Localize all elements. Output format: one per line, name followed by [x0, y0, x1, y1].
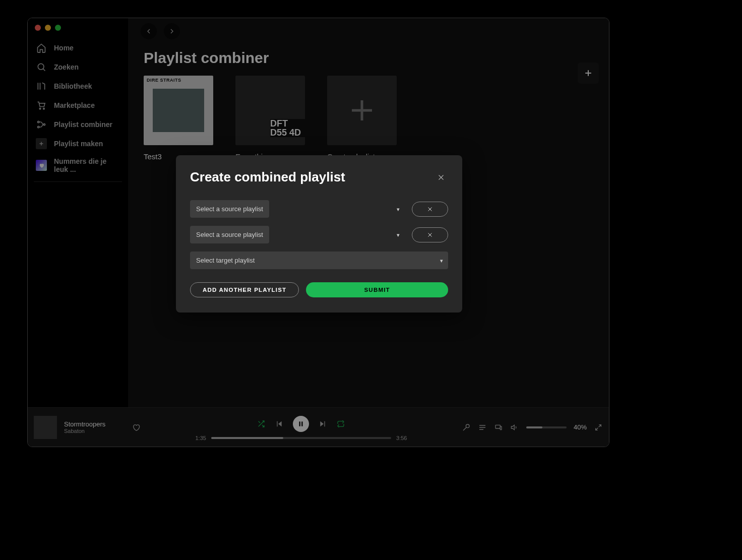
modal-title: Create combined playlist	[190, 169, 345, 185]
add-another-playlist-button[interactable]: ADD ANOTHER PLAYLIST	[190, 282, 299, 297]
close-icon	[426, 231, 434, 238]
modal-close-button[interactable]	[434, 170, 448, 184]
close-icon	[426, 206, 434, 213]
remove-source-button-2[interactable]	[412, 227, 448, 242]
close-icon	[437, 173, 446, 182]
source-playlist-select-2[interactable]: Select a source playlist	[190, 226, 269, 243]
app-window: Home Zoeken Bibliotheek	[27, 18, 609, 447]
target-playlist-select[interactable]: Select target playlist	[190, 252, 448, 269]
submit-button[interactable]: SUBMIT	[306, 282, 448, 297]
remove-source-button-1[interactable]	[412, 202, 448, 217]
source-playlist-select-1[interactable]: Select a source playlist	[190, 200, 269, 218]
create-combined-playlist-modal: Create combined playlist Select a source…	[176, 155, 462, 313]
